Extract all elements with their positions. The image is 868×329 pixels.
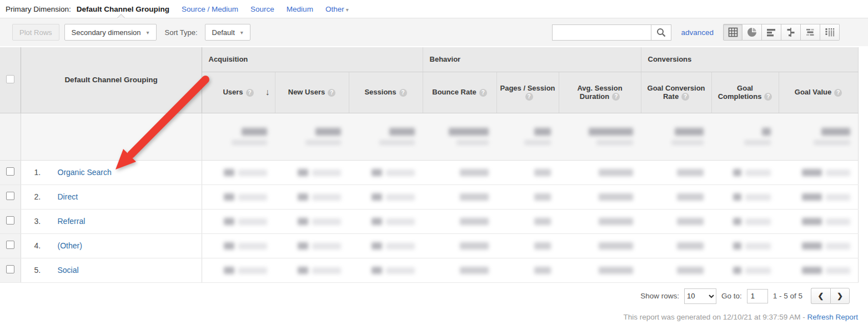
channel-link[interactable]: (Other) xyxy=(58,241,82,250)
help-icon[interactable]: ? xyxy=(328,89,335,97)
tab-medium[interactable]: Medium xyxy=(287,5,313,13)
redacted-value xyxy=(275,209,349,233)
row-checkbox-cell xyxy=(0,233,21,258)
performance-view-button[interactable] xyxy=(762,24,781,41)
channel-cell: 2.Direct xyxy=(21,185,202,209)
help-icon[interactable]: ? xyxy=(479,89,487,97)
redacted-value xyxy=(641,209,711,233)
column-label: Bounce Rate xyxy=(432,88,476,96)
chevron-down-icon: ▾ xyxy=(147,29,149,36)
channel-link[interactable]: Direct xyxy=(58,192,78,201)
row-checkbox[interactable] xyxy=(6,167,14,176)
column-header-pages-session[interactable]: Pages / Session? xyxy=(496,72,559,113)
help-icon[interactable]: ? xyxy=(681,93,689,101)
redacted-value xyxy=(641,185,711,209)
show-rows-select[interactable]: 10 xyxy=(684,288,716,304)
advanced-search-link[interactable]: advanced xyxy=(681,28,714,37)
row-checkbox[interactable] xyxy=(6,241,14,249)
channel-link[interactable]: Social xyxy=(58,266,79,275)
totals-checkbox-cell xyxy=(0,113,21,160)
redacted-total xyxy=(559,113,641,160)
search-input[interactable] xyxy=(552,24,651,41)
secondary-dimension-label: Secondary dimension xyxy=(72,28,141,37)
comparison-bars-icon xyxy=(786,27,796,37)
sort-type-button[interactable]: Default▾ xyxy=(205,24,250,41)
totals-dimension-cell xyxy=(21,113,202,160)
pagination-bar: Show rows: 10 Go to: 1 - 5 of 5 ❮ ❯ xyxy=(640,288,850,304)
help-icon[interactable]: ? xyxy=(764,93,772,101)
column-header-goal-completions[interactable]: Goal Completions? xyxy=(711,72,779,113)
column-header-goal-conversion-rate[interactable]: Goal Conversion Rate? xyxy=(641,72,711,113)
column-header-sessions[interactable]: Sessions? xyxy=(349,72,423,113)
redacted-value xyxy=(559,209,641,233)
redacted-value xyxy=(496,258,559,282)
table-row: 3.Referral xyxy=(0,209,858,233)
channel-cell: 1.Organic Search xyxy=(21,160,202,185)
redacted-value xyxy=(349,209,423,233)
channel-link[interactable]: Organic Search xyxy=(58,168,112,177)
redacted-total xyxy=(349,113,423,160)
redacted-value xyxy=(275,185,349,209)
column-header-users[interactable]: Users?↓ xyxy=(202,72,275,113)
channel-cell: 5.Social xyxy=(21,258,202,282)
redacted-value xyxy=(711,209,779,233)
redacted-value xyxy=(779,258,858,282)
help-icon[interactable]: ? xyxy=(525,93,533,101)
redacted-value xyxy=(275,160,349,185)
row-range-label: 1 - 5 of 5 xyxy=(773,292,802,300)
column-header-bounce-rate[interactable]: Bounce Rate? xyxy=(423,72,496,113)
redacted-value xyxy=(711,233,779,258)
column-header-avg-session-duration[interactable]: Avg. Session Duration? xyxy=(559,72,641,113)
column-label: Sessions xyxy=(364,88,396,96)
redacted-value xyxy=(423,160,496,185)
goto-page-input[interactable] xyxy=(747,289,768,303)
search-icon xyxy=(656,28,666,37)
pivot-view-button[interactable] xyxy=(820,24,840,41)
redacted-value xyxy=(496,160,559,185)
plot-rows-button[interactable]: Plot Rows xyxy=(12,24,59,41)
comparison-view-button[interactable] xyxy=(781,24,801,41)
data-table-view-button[interactable] xyxy=(723,24,742,41)
column-header-new-users[interactable]: New Users? xyxy=(275,72,349,113)
tab-default-channel-grouping[interactable]: Default Channel Grouping xyxy=(77,5,169,13)
row-number: 3. xyxy=(34,217,48,226)
chevron-right-icon: ❯ xyxy=(837,292,843,300)
secondary-dimension-button[interactable]: Secondary dimension▾ xyxy=(64,24,157,41)
redacted-total xyxy=(779,113,858,160)
help-icon[interactable]: ? xyxy=(399,89,407,97)
help-icon[interactable]: ? xyxy=(834,89,842,97)
next-page-button[interactable]: ❯ xyxy=(830,288,850,304)
row-checkbox[interactable] xyxy=(6,265,14,273)
channel-cell: 3.Referral xyxy=(21,209,202,233)
chevron-down-icon: ▾ xyxy=(240,29,243,36)
redacted-value xyxy=(349,233,423,258)
refresh-report-link[interactable]: Refresh Report xyxy=(807,313,858,321)
row-checkbox-cell xyxy=(0,209,21,233)
select-all-checkbox-cell xyxy=(0,47,21,113)
redacted-value xyxy=(349,160,423,185)
generated-text: This report was generated on 12/10/21 at… xyxy=(623,313,805,321)
row-checkbox[interactable] xyxy=(6,216,14,225)
redacted-value xyxy=(202,209,275,233)
column-label: Users xyxy=(223,88,243,96)
redacted-value xyxy=(423,209,496,233)
group-header-conversions: Conversions xyxy=(641,47,858,72)
column-header-goal-value[interactable]: Goal Value? xyxy=(779,72,858,113)
help-icon[interactable]: ? xyxy=(612,93,620,101)
tab-other-dropdown[interactable]: Other▾ xyxy=(325,5,349,13)
search-button[interactable] xyxy=(651,24,671,41)
tab-source-medium[interactable]: Source / Medium xyxy=(182,5,238,13)
help-icon[interactable]: ? xyxy=(246,89,254,97)
redacted-value xyxy=(496,233,559,258)
tab-source[interactable]: Source xyxy=(250,5,274,13)
previous-page-button[interactable]: ❮ xyxy=(811,288,830,304)
redacted-value xyxy=(779,160,858,185)
row-number: 1. xyxy=(34,168,48,177)
select-all-checkbox[interactable] xyxy=(6,75,14,83)
row-checkbox[interactable] xyxy=(6,192,14,200)
percentage-view-button[interactable] xyxy=(742,24,762,41)
term-cloud-view-button[interactable] xyxy=(801,24,820,41)
redacted-value xyxy=(711,160,779,185)
column-label: Goal Completions xyxy=(718,84,762,101)
channel-link[interactable]: Referral xyxy=(58,217,86,226)
